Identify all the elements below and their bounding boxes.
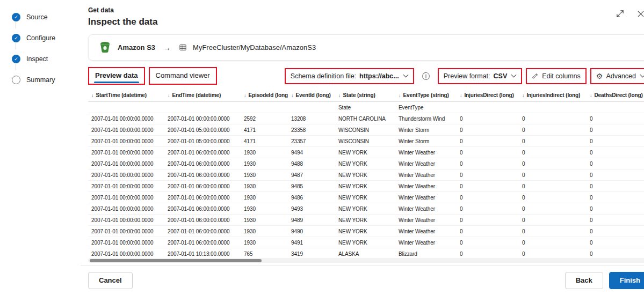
table-cell: 0	[457, 248, 519, 257]
table-cell: 0	[457, 192, 519, 203]
close-icon[interactable]	[636, 9, 644, 19]
column-header-injuriesindirect[interactable]: ↓InjuriesIndirect (long)	[519, 89, 587, 102]
table-cell: Winter Weather	[395, 237, 457, 248]
column-header-deathsdirect[interactable]: ↓DeathsDirect (long)	[587, 89, 644, 102]
table-cell: 9494	[288, 147, 335, 158]
source-name: Amazon S3	[118, 43, 155, 51]
table-cell: 2007-01-01 00:00:00.0000	[88, 169, 164, 181]
tab-toolbar-row: Preview data Command viewer Schema defin…	[88, 67, 644, 85]
column-label: State (string)	[343, 92, 375, 98]
table-cell: 0	[587, 181, 644, 192]
table-cell: 0	[457, 147, 519, 158]
page-title: Inspect the data	[88, 17, 157, 27]
table-cell: 0	[457, 203, 519, 215]
step-inspect[interactable]: ✓ Inspect	[12, 53, 81, 65]
table-cell: 0	[587, 169, 644, 181]
table-cell: NEW YORK	[335, 226, 395, 237]
step-complete-icon: ✓	[12, 34, 20, 42]
table-row: 2007-01-01 00:00:00.00002007-01-01 06:00…	[88, 226, 644, 237]
schema-definition-dropdown[interactable]: Schema definition file: https://abc...	[286, 69, 413, 83]
highlight-command-viewer-tab: Command viewer	[149, 67, 217, 85]
table-cell: 2007-01-01 06:00:00.0000	[164, 181, 241, 192]
expand-icon[interactable]	[615, 9, 625, 19]
table-cell: 2007-01-01 00:00:00.0000	[88, 181, 164, 192]
schema-definition-label: Schema definition file:	[291, 72, 356, 80]
table-cell: 2007-01-01 06:00:00.0000	[164, 158, 241, 169]
table-cell: 1930	[241, 147, 288, 158]
table-row: 2007-01-01 00:00:00.00002007-01-01 06:00…	[88, 147, 644, 158]
table-cell: NORTH CAROLINA	[335, 113, 395, 124]
horizontal-scrollbar-thumb[interactable]	[90, 259, 262, 262]
table-cell: Winter Storm	[395, 124, 457, 136]
table-cell: NEW YORK	[335, 158, 395, 169]
column-header-state[interactable]: ↓State (string)	[335, 89, 395, 102]
table-cell: 23357	[288, 136, 335, 147]
table-cell: 0	[519, 113, 587, 124]
table-cell: NEW YORK	[335, 237, 395, 248]
table-cell: 9491	[288, 237, 335, 248]
finish-button[interactable]: Finish	[609, 272, 644, 289]
info-icon[interactable]: ⓘ	[419, 72, 433, 80]
column-header-endtime[interactable]: ↓EndTime (datetime)	[164, 89, 241, 102]
table-cell: Winter Weather	[395, 226, 457, 237]
column-header-episodeid[interactable]: ↓EpisodeId (long)	[241, 89, 288, 102]
edit-columns-label: Edit columns	[542, 72, 581, 80]
sort-arrow-icon: ↓	[399, 93, 401, 98]
horizontal-scrollbar[interactable]	[88, 258, 644, 263]
table-cell: 0	[587, 158, 644, 169]
chevron-down-icon	[511, 72, 517, 78]
table-cell: 0	[519, 226, 587, 237]
table-cell: 2007-01-01 06:00:00.0000	[164, 169, 241, 181]
table-cell: Winter Weather	[395, 158, 457, 169]
cancel-button[interactable]: Cancel	[88, 272, 133, 289]
source-destination-card: Amazon S3 → MyFreeCluster/MyDatabase/Ama…	[88, 34, 644, 61]
column-label: EpisodeId (long)	[248, 92, 288, 98]
table-cell: 9486	[288, 192, 335, 203]
table-cell: 2007-01-01 00:00:00.0000	[88, 226, 164, 237]
table-cell: 9490	[288, 226, 335, 237]
table-cell: 1930	[241, 169, 288, 181]
table-cell: NEW YORK	[335, 192, 395, 203]
table-row: 2007-01-01 00:00:00.00002007-01-01 06:00…	[88, 169, 644, 181]
table-cell: 0	[457, 158, 519, 169]
preview-format-dropdown[interactable]: Preview format: CSV	[439, 69, 522, 83]
pencil-icon	[532, 72, 539, 79]
table-cell: 0	[519, 147, 587, 158]
table-cell: NEW YORK	[335, 181, 395, 192]
table-cell: Winter Weather	[395, 181, 457, 192]
table-cell: 1930	[241, 237, 288, 248]
tab-command-viewer[interactable]: Command viewer	[150, 68, 216, 84]
table-cell: 0	[519, 181, 587, 192]
back-button[interactable]: Back	[565, 272, 603, 289]
step-configure[interactable]: ✓ Configure	[12, 32, 81, 45]
table-cell: 0	[457, 113, 519, 124]
column-label: InjuriesIndirect (long)	[526, 92, 580, 98]
table-cell: WISCONSIN	[335, 136, 395, 147]
column-label: DeathsDirect (long)	[594, 92, 642, 98]
table-cell	[587, 102, 644, 113]
table-cell: 0	[457, 215, 519, 226]
table-cell: 0	[587, 237, 644, 248]
table-cell: 0	[587, 203, 644, 215]
column-header-starttime[interactable]: ↓StartTime (datetime)	[88, 89, 164, 102]
column-header-injuriesdirect[interactable]: ↓InjuriesDirect (long)	[457, 89, 519, 102]
edit-columns-button[interactable]: Edit columns	[527, 69, 585, 83]
advanced-dropdown[interactable]: ⚙ Advanced	[591, 69, 644, 83]
table-cell: 2007-01-01 00:00:00.0000	[164, 113, 241, 124]
column-header-eventid[interactable]: ↓EventId (long)	[288, 89, 335, 102]
table-cell: 2007-01-01 00:00:00.0000	[88, 192, 164, 203]
column-header-eventtype[interactable]: ↓EventType (string)	[395, 89, 457, 102]
table-cell: 9485	[288, 181, 335, 192]
table-cell: 0	[587, 248, 644, 257]
table-cell: 2007-01-01 05:00:00.0000	[164, 136, 241, 147]
advanced-label: Advanced	[606, 72, 636, 80]
table-row: 2007-01-01 00:00:00.00002007-01-01 06:00…	[88, 158, 644, 169]
step-summary[interactable]: Summary	[12, 73, 81, 86]
tab-preview-data[interactable]: Preview data	[89, 68, 144, 84]
table-cell: 1930	[241, 181, 288, 192]
column-label: EventId (long)	[295, 92, 330, 98]
table-cell: 0	[519, 124, 587, 136]
step-source[interactable]: ✓ Source	[12, 11, 81, 24]
wizard-dialog: ✓ Source ✓ Configure ✓ Inspect Summary G…	[0, 0, 644, 295]
table-cell: 2007-01-01 00:00:00.0000	[88, 136, 164, 147]
